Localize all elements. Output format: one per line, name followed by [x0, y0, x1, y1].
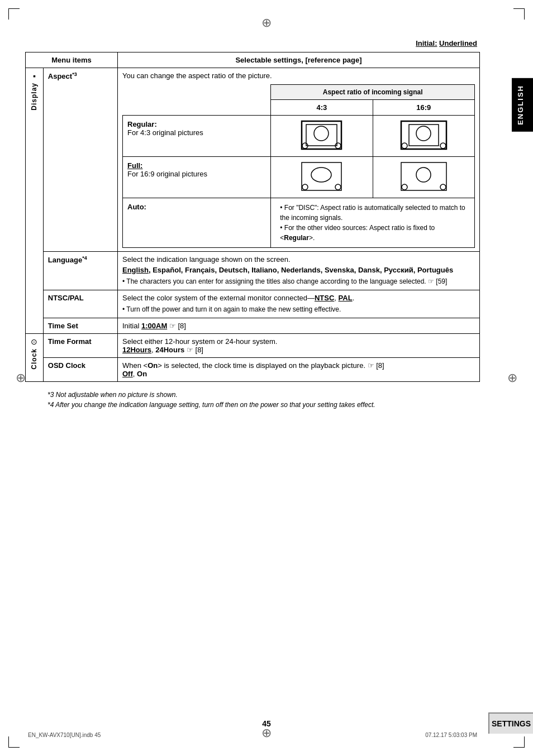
svg-point-16 [440, 184, 446, 190]
regular-169-svg [400, 120, 448, 150]
display-sidebar-label: Display [30, 83, 38, 111]
osd-on-bold: On [147, 361, 158, 370]
language-note-text: The characters you can enter for assigni… [122, 276, 475, 286]
aspect-ratio-header: Aspect ratio of incoming signal [271, 85, 475, 100]
auto-label-cell: Auto: [123, 198, 271, 248]
crosshair-top-icon: ⊕ [261, 16, 272, 30]
auto-label: Auto: [127, 203, 146, 211]
full-43-svg [301, 161, 342, 192]
aspect-row: ▪ Display Aspect*3 You can change the as… [26, 68, 480, 252]
ntsc-bullet-text: Turn off the power and turn it on again … [122, 304, 475, 314]
ntsc-settings-cell: Select the color system of the external … [118, 290, 480, 318]
main-table: Menu items Selectable settings, [referen… [25, 52, 480, 382]
footnote-3: *3 Not adjustable when no picture is sho… [47, 391, 480, 399]
footnote-4-text: After you change the indication language… [55, 401, 375, 409]
crosshair-right-icon: ⊕ [507, 371, 517, 385]
clock-sidebar-cell: ⊙ Clock [26, 334, 44, 382]
full-label-bold: Full: [127, 161, 142, 170]
svg-point-9 [416, 126, 431, 141]
aspect-sub-table: Aspect ratio of incoming signal 4:3 16:9 [122, 84, 475, 248]
full-row: Full: For 16:9 original pictures [123, 157, 475, 198]
svg-point-13 [311, 168, 331, 182]
footnote-3-text: Not adjustable when no picture is shown. [56, 391, 178, 399]
svg-point-8 [440, 143, 446, 149]
12hours-value: 12Hours [122, 346, 151, 354]
auto-row: Auto: For "DISC": Aspect ratio is automa… [123, 198, 475, 248]
display-sidebar-icon: ▪ [30, 71, 39, 80]
time-format-menu-item: Time Format [43, 334, 117, 358]
main-content: Menu items Selectable settings, [referen… [25, 52, 508, 409]
ntsc-row: NTSC/PAL Select the color system of the … [26, 290, 480, 318]
time-set-value: 1:00AM [141, 322, 167, 330]
crosshair-left-icon: ⊕ [16, 371, 26, 385]
osd-clock-settings-cell: When <On> is selected, the clock time is… [118, 358, 480, 382]
osd-off-value: Off [122, 370, 133, 378]
aspect-note: *3 [72, 71, 77, 77]
time-set-settings-cell: Initial 1:00AM ☞ [8] [118, 318, 480, 334]
24hours-value: 24Hours [155, 346, 184, 354]
osd-clock-row: OSD Clock When <On> is selected, the clo… [26, 358, 480, 382]
time-format-settings-cell: Select either 12-hour system or 24-hour … [118, 334, 480, 358]
corner-mark-br [513, 736, 525, 748]
svg-rect-1 [306, 125, 337, 146]
bottom-file-info: EN_KW-AVX710[UN].indb 45 [28, 732, 101, 738]
time-set-row: Time Set Initial 1:00AM ☞ [8] [26, 318, 480, 334]
aspect-top-desc: You can change the aspect ratio of the p… [122, 71, 475, 80]
pal-bold: PAL [339, 294, 353, 302]
language-note: *4 [82, 255, 87, 261]
initial-label: Initial: [416, 39, 437, 47]
language-bullet: The characters you can enter for assigni… [122, 276, 475, 286]
footnote-3-ref: *3 [47, 391, 56, 399]
language-menu-item: Language*4 [43, 252, 117, 290]
full-43-cell [271, 157, 373, 198]
ntsc-desc: Select the color system of the external … [122, 294, 475, 302]
osd-on-value: On [137, 370, 147, 378]
page-number: 45 [262, 719, 271, 728]
ntsc-menu-item: NTSC/PAL [43, 290, 117, 318]
osd-clock-label: OSD Clock [48, 361, 85, 370]
regular-43-cell [271, 116, 373, 157]
clock-sidebar-icon: ⊙ [30, 337, 39, 346]
language-settings-cell: Select the indication language shown on … [118, 252, 480, 290]
regular-43-svg [301, 120, 342, 150]
full-label-normal: For 16:9 original pictures [127, 170, 207, 178]
page-container: ⊕ ⊕ ⊕ ⊕ ENGLISH SETTINGS Initial: Underl… [0, 0, 533, 756]
time-set-menu-item: Time Set [43, 318, 117, 334]
ratio-169-header: 16:9 [373, 100, 474, 116]
regular-label-bold: Regular: [127, 120, 157, 128]
initial-value: Underlined [439, 39, 477, 47]
aspect-label: Aspect [48, 72, 72, 80]
regular-label-cell: Regular: For 4:3 original pictures [123, 116, 271, 157]
time-format-label: Time Format [48, 337, 92, 346]
corner-mark-bl [8, 736, 20, 748]
svg-point-17 [416, 168, 431, 182]
full-169-svg [400, 161, 448, 192]
svg-point-4 [314, 126, 329, 141]
full-169-cell [373, 157, 474, 198]
language-row: Language*4 Select the indication languag… [26, 252, 480, 290]
language-desc: Select the indication language shown on … [122, 255, 475, 264]
svg-rect-6 [409, 125, 439, 146]
ratio-43-header: 4:3 [271, 100, 373, 116]
svg-rect-5 [401, 121, 446, 149]
language-label: Language [48, 256, 82, 264]
auto-bullet-2: For the other video sources: Aspect rati… [280, 223, 470, 243]
svg-point-7 [402, 143, 407, 149]
col2-header: Selectable settings, [reference page] [118, 52, 480, 68]
clock-sidebar-label: Clock [30, 348, 38, 370]
bottom-timestamp: 07.12.17 5:03:03 PM [425, 732, 477, 738]
aspect-menu-item: Aspect*3 [43, 68, 117, 252]
auto-desc-cell: For "DISC": Aspect ratio is automaticall… [271, 198, 475, 248]
settings-tab-label: SETTINGS [492, 719, 531, 728]
regular-label-normal: For 4:3 original pictures [127, 128, 203, 137]
language-english: English [122, 266, 149, 274]
ntsc-bullet: Turn off the power and turn it on again … [122, 304, 475, 314]
language-list: English, Español, Français, Deutsch, Ita… [122, 266, 475, 274]
ntsc-label: NTSC/PAL [48, 294, 84, 302]
empty-cell [123, 85, 271, 100]
ntsc-bold: NTSC [315, 294, 334, 302]
svg-point-11 [302, 184, 308, 190]
footnote-4-ref: *4 [47, 401, 55, 409]
regular-row: Regular: For 4:3 original pictures [123, 116, 475, 157]
corner-mark-tr [513, 8, 525, 20]
